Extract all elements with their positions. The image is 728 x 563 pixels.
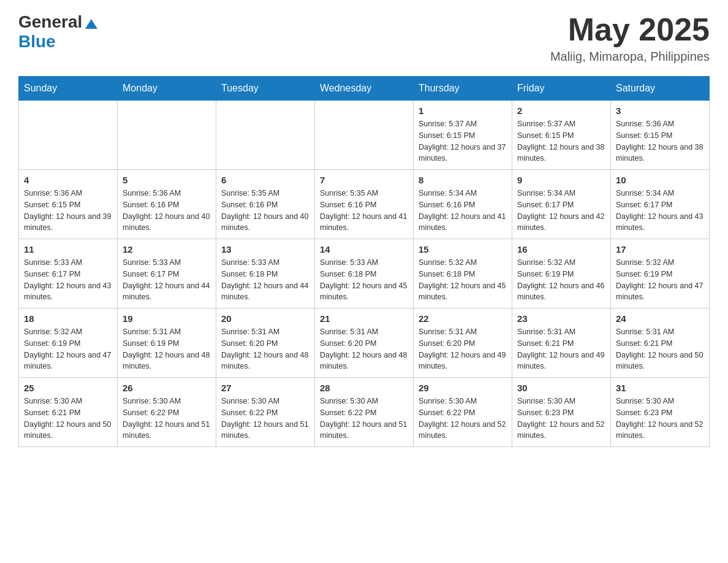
day-info: Sunrise: 5:36 AMSunset: 6:16 PMDaylight:… <box>123 188 211 234</box>
calendar-cell: 6Sunrise: 5:35 AMSunset: 6:16 PMDaylight… <box>216 170 315 239</box>
calendar-header-wednesday: Wednesday <box>315 77 414 101</box>
day-number: 11 <box>24 244 112 255</box>
calendar-cell: 17Sunrise: 5:32 AMSunset: 6:19 PMDayligh… <box>611 239 710 308</box>
calendar-cell: 18Sunrise: 5:32 AMSunset: 6:19 PMDayligh… <box>19 308 118 378</box>
day-number: 20 <box>221 313 309 324</box>
calendar-cell: 1Sunrise: 5:37 AMSunset: 6:15 PMDaylight… <box>414 101 512 170</box>
day-info: Sunrise: 5:31 AMSunset: 6:21 PMDaylight:… <box>616 326 704 372</box>
calendar-header-saturday: Saturday <box>611 77 710 101</box>
calendar-cell: 21Sunrise: 5:31 AMSunset: 6:20 PMDayligh… <box>315 308 414 378</box>
calendar-cell: 11Sunrise: 5:33 AMSunset: 6:17 PMDayligh… <box>19 239 118 308</box>
day-number: 7 <box>320 175 408 185</box>
day-info: Sunrise: 5:33 AMSunset: 6:17 PMDaylight:… <box>24 257 112 303</box>
title-section: May 2025 Maliig, Mimaropa, Philippines <box>550 12 710 64</box>
calendar-cell: 10Sunrise: 5:34 AMSunset: 6:17 PMDayligh… <box>611 170 710 239</box>
day-info: Sunrise: 5:30 AMSunset: 6:21 PMDaylight:… <box>24 396 112 442</box>
day-info: Sunrise: 5:34 AMSunset: 6:16 PMDaylight:… <box>419 188 507 234</box>
calendar-cell <box>19 101 118 170</box>
day-info: Sunrise: 5:31 AMSunset: 6:20 PMDaylight:… <box>419 326 507 372</box>
calendar-cell: 14Sunrise: 5:33 AMSunset: 6:18 PMDayligh… <box>315 239 414 308</box>
calendar-header-monday: Monday <box>118 77 216 101</box>
calendar-cell: 15Sunrise: 5:32 AMSunset: 6:18 PMDayligh… <box>414 239 512 308</box>
calendar-cell: 27Sunrise: 5:30 AMSunset: 6:22 PMDayligh… <box>216 378 315 447</box>
calendar-cell: 30Sunrise: 5:30 AMSunset: 6:23 PMDayligh… <box>512 378 611 447</box>
day-info: Sunrise: 5:36 AMSunset: 6:15 PMDaylight:… <box>24 188 112 234</box>
day-info: Sunrise: 5:36 AMSunset: 6:15 PMDaylight:… <box>616 118 704 164</box>
day-number: 28 <box>320 383 408 393</box>
calendar-cell: 25Sunrise: 5:30 AMSunset: 6:21 PMDayligh… <box>19 378 118 447</box>
calendar-cell: 2Sunrise: 5:37 AMSunset: 6:15 PMDaylight… <box>512 101 611 170</box>
day-info: Sunrise: 5:34 AMSunset: 6:17 PMDaylight:… <box>616 188 704 234</box>
day-number: 12 <box>123 244 211 255</box>
day-info: Sunrise: 5:30 AMSunset: 6:22 PMDaylight:… <box>419 396 507 442</box>
calendar-cell: 28Sunrise: 5:30 AMSunset: 6:22 PMDayligh… <box>315 378 414 447</box>
day-number: 13 <box>221 244 309 255</box>
day-info: Sunrise: 5:30 AMSunset: 6:23 PMDaylight:… <box>616 396 704 442</box>
day-number: 18 <box>24 313 112 324</box>
day-info: Sunrise: 5:31 AMSunset: 6:20 PMDaylight:… <box>221 326 309 372</box>
calendar-header-thursday: Thursday <box>414 77 512 101</box>
calendar-week-row: 1Sunrise: 5:37 AMSunset: 6:15 PMDaylight… <box>19 101 710 170</box>
calendar-cell: 16Sunrise: 5:32 AMSunset: 6:19 PMDayligh… <box>512 239 611 308</box>
day-number: 22 <box>419 313 507 324</box>
calendar-cell <box>315 101 414 170</box>
calendar-cell <box>216 101 315 170</box>
calendar-header-row: SundayMondayTuesdayWednesdayThursdayFrid… <box>19 77 710 101</box>
calendar-header-friday: Friday <box>512 77 611 101</box>
day-info: Sunrise: 5:37 AMSunset: 6:15 PMDaylight:… <box>419 118 507 164</box>
day-info: Sunrise: 5:32 AMSunset: 6:19 PMDaylight:… <box>24 326 112 372</box>
day-info: Sunrise: 5:32 AMSunset: 6:18 PMDaylight:… <box>419 257 507 303</box>
calendar-cell: 22Sunrise: 5:31 AMSunset: 6:20 PMDayligh… <box>414 308 512 378</box>
month-title: May 2025 <box>550 12 710 47</box>
day-number: 15 <box>419 244 507 255</box>
day-info: Sunrise: 5:31 AMSunset: 6:19 PMDaylight:… <box>123 326 211 372</box>
day-number: 27 <box>221 383 309 393</box>
day-info: Sunrise: 5:31 AMSunset: 6:20 PMDaylight:… <box>320 326 408 372</box>
calendar-cell: 7Sunrise: 5:35 AMSunset: 6:16 PMDaylight… <box>315 170 414 239</box>
day-info: Sunrise: 5:31 AMSunset: 6:21 PMDaylight:… <box>517 326 605 372</box>
day-number: 21 <box>320 313 408 324</box>
calendar-header-sunday: Sunday <box>19 77 118 101</box>
day-info: Sunrise: 5:30 AMSunset: 6:22 PMDaylight:… <box>221 396 309 442</box>
day-number: 30 <box>517 383 605 393</box>
day-number: 29 <box>419 383 507 393</box>
logo-general-text: General <box>18 12 82 32</box>
day-number: 9 <box>517 175 605 185</box>
day-number: 31 <box>616 383 704 393</box>
calendar-cell: 19Sunrise: 5:31 AMSunset: 6:19 PMDayligh… <box>118 308 216 378</box>
day-number: 25 <box>24 383 112 393</box>
day-info: Sunrise: 5:32 AMSunset: 6:19 PMDaylight:… <box>616 257 704 303</box>
logo: General Blue <box>18 12 97 52</box>
calendar-cell <box>118 101 216 170</box>
day-number: 2 <box>517 105 605 116</box>
day-number: 10 <box>616 175 704 185</box>
day-info: Sunrise: 5:30 AMSunset: 6:22 PMDaylight:… <box>123 396 211 442</box>
calendar-cell: 29Sunrise: 5:30 AMSunset: 6:22 PMDayligh… <box>414 378 512 447</box>
day-info: Sunrise: 5:35 AMSunset: 6:16 PMDaylight:… <box>221 188 309 234</box>
day-number: 26 <box>123 383 211 393</box>
calendar-cell: 4Sunrise: 5:36 AMSunset: 6:15 PMDaylight… <box>19 170 118 239</box>
calendar-cell: 20Sunrise: 5:31 AMSunset: 6:20 PMDayligh… <box>216 308 315 378</box>
day-number: 6 <box>221 175 309 185</box>
calendar-cell: 9Sunrise: 5:34 AMSunset: 6:17 PMDaylight… <box>512 170 611 239</box>
calendar-cell: 3Sunrise: 5:36 AMSunset: 6:15 PMDaylight… <box>611 101 710 170</box>
calendar-cell: 5Sunrise: 5:36 AMSunset: 6:16 PMDaylight… <box>118 170 216 239</box>
day-number: 8 <box>419 175 507 185</box>
day-info: Sunrise: 5:33 AMSunset: 6:18 PMDaylight:… <box>320 257 408 303</box>
day-number: 1 <box>419 105 507 116</box>
day-number: 17 <box>616 244 704 255</box>
calendar-cell: 24Sunrise: 5:31 AMSunset: 6:21 PMDayligh… <box>611 308 710 378</box>
day-info: Sunrise: 5:30 AMSunset: 6:22 PMDaylight:… <box>320 396 408 442</box>
day-number: 4 <box>24 175 112 185</box>
day-info: Sunrise: 5:30 AMSunset: 6:23 PMDaylight:… <box>517 396 605 442</box>
day-info: Sunrise: 5:35 AMSunset: 6:16 PMDaylight:… <box>320 188 408 234</box>
calendar-cell: 13Sunrise: 5:33 AMSunset: 6:18 PMDayligh… <box>216 239 315 308</box>
day-number: 5 <box>123 175 211 185</box>
calendar-cell: 26Sunrise: 5:30 AMSunset: 6:22 PMDayligh… <box>118 378 216 447</box>
calendar-week-row: 18Sunrise: 5:32 AMSunset: 6:19 PMDayligh… <box>19 308 710 378</box>
calendar-cell: 31Sunrise: 5:30 AMSunset: 6:23 PMDayligh… <box>611 378 710 447</box>
day-info: Sunrise: 5:33 AMSunset: 6:18 PMDaylight:… <box>221 257 309 303</box>
day-info: Sunrise: 5:33 AMSunset: 6:17 PMDaylight:… <box>123 257 211 303</box>
day-number: 23 <box>517 313 605 324</box>
logo-top: General <box>18 12 97 32</box>
